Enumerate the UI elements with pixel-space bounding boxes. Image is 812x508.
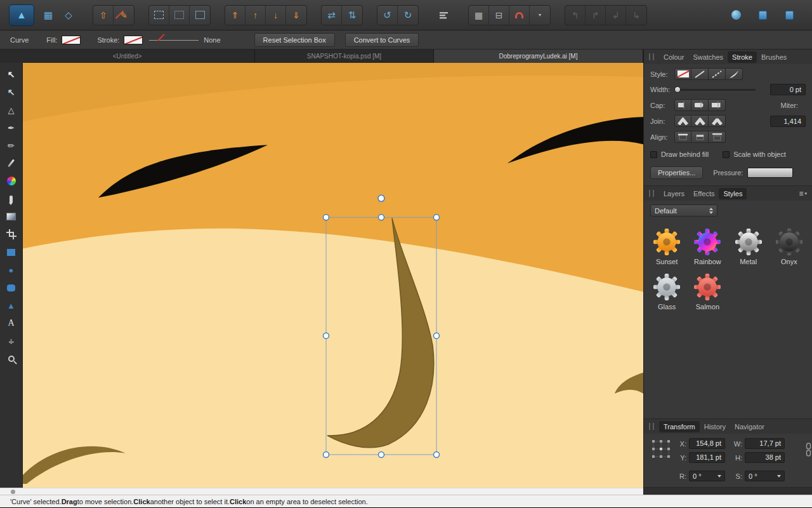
- tab-history[interactable]: History: [700, 421, 730, 432]
- crop-tool[interactable]: [1, 225, 22, 243]
- style-category-select[interactable]: Default: [650, 204, 717, 217]
- text-tool[interactable]: A: [1, 314, 22, 332]
- snapping-dropdown-button[interactable]: ▾: [530, 6, 550, 25]
- corner-tool[interactable]: △: [1, 101, 22, 119]
- move-tool[interactable]: ↖: [1, 65, 22, 83]
- insert-behind-button[interactable]: ↰: [565, 6, 586, 25]
- rounded-rectangle-tool[interactable]: [1, 279, 22, 297]
- show-grid-button[interactable]: ▦: [469, 6, 489, 25]
- pressure-profile-box[interactable]: [747, 168, 793, 178]
- rotate-ccw-button[interactable]: ↺: [377, 6, 398, 25]
- marquee-dotted-button[interactable]: [169, 6, 190, 25]
- style-swatch-metal[interactable]: Metal: [735, 228, 763, 265]
- w-field[interactable]: 17,7 pt: [745, 438, 785, 449]
- stroke-style-solid-button[interactable]: [691, 68, 709, 80]
- insert-after-button[interactable]: ↲: [606, 6, 626, 25]
- fill-tool[interactable]: [1, 190, 22, 208]
- tab-colour[interactable]: Colour: [659, 51, 688, 63]
- cap-butt-button[interactable]: [674, 99, 691, 111]
- alignment-button[interactable]: [434, 6, 454, 25]
- vector-brush-tool[interactable]: [1, 154, 22, 172]
- insert-inside-button[interactable]: ↱: [586, 6, 606, 25]
- flip-vertical-button[interactable]: ⇅: [342, 6, 362, 25]
- stroke-width-field[interactable]: 0 pt: [770, 84, 806, 95]
- stroke-style-dashed-button[interactable]: [709, 68, 726, 80]
- handle-top-mid[interactable]: [379, 215, 384, 220]
- panel-grip[interactable]: [649, 423, 654, 430]
- style-swatch-salmon[interactable]: Salmon: [693, 273, 721, 311]
- style-swatch-sunset[interactable]: Sunset: [653, 228, 681, 265]
- document-tab-snapshot[interactable]: SNAPSHOT-kopia.psd [M]: [255, 50, 434, 63]
- move-backward-button[interactable]: ↓: [266, 6, 286, 25]
- marquee-solid-button[interactable]: [190, 6, 210, 25]
- rectangle-tool[interactable]: [1, 243, 22, 261]
- miter-field[interactable]: 1,414: [770, 116, 806, 127]
- colour-tool[interactable]: [1, 172, 22, 190]
- move-to-front-button[interactable]: ⇑: [225, 6, 246, 25]
- flip-horizontal-button[interactable]: ⇄: [322, 6, 342, 25]
- pen-tool[interactable]: ✒: [1, 119, 22, 137]
- scale-with-object-checkbox[interactable]: [723, 151, 730, 158]
- handle-mid-left[interactable]: [324, 333, 329, 338]
- handle-mid-right[interactable]: [434, 333, 440, 338]
- edit-disabled-button[interactable]: ✎: [114, 6, 134, 25]
- style-swatch-onyx[interactable]: Onyx: [775, 228, 803, 265]
- align-inside-button[interactable]: [691, 131, 709, 143]
- snapping-options-button[interactable]: ⊟: [489, 6, 509, 25]
- handle-bottom-right[interactable]: [434, 451, 440, 457]
- canvas-viewport[interactable]: [23, 63, 643, 488]
- tab-navigator[interactable]: Navigator: [730, 421, 769, 432]
- h-field[interactable]: 38 pt: [745, 452, 785, 463]
- reset-selection-box-button[interactable]: Reset Selection Box: [254, 33, 335, 47]
- aspect-link-icon[interactable]: [806, 443, 811, 458]
- stroke-style-none-button[interactable]: [674, 68, 691, 80]
- rotate-cw-button[interactable]: ↻: [398, 6, 418, 25]
- gradient-tool[interactable]: [1, 208, 22, 225]
- properties-button[interactable]: Properties...: [650, 166, 703, 179]
- duplicate-button[interactable]: [752, 6, 773, 25]
- move-forward-button[interactable]: ↑: [246, 6, 266, 25]
- draw-behind-fill-checkbox[interactable]: [650, 151, 657, 158]
- stroke-width-knob[interactable]: [674, 86, 681, 93]
- designer-persona-button[interactable]: ▲: [9, 4, 34, 26]
- tab-stroke[interactable]: Stroke: [728, 51, 757, 63]
- convert-to-curves-button[interactable]: Convert to Curves: [345, 33, 419, 47]
- align-centre-button[interactable]: [674, 131, 691, 143]
- export-persona-button[interactable]: ◇: [58, 6, 79, 25]
- join-round-button[interactable]: [691, 115, 709, 127]
- handle-top-left[interactable]: [324, 215, 329, 220]
- stroke-width-slider[interactable]: [676, 89, 756, 91]
- join-miter-button[interactable]: [674, 115, 691, 127]
- snapping-toggle-button[interactable]: [509, 6, 530, 25]
- shear-select[interactable]: 0 °: [745, 471, 785, 481]
- handle-top-right[interactable]: [434, 215, 440, 220]
- handle-bottom-mid[interactable]: [379, 451, 384, 457]
- cap-round-button[interactable]: [691, 99, 709, 111]
- horizontal-scrollbar-thumb[interactable]: [11, 490, 15, 494]
- style-swatch-glass[interactable]: Glass: [653, 273, 681, 311]
- tab-layers[interactable]: Layers: [659, 188, 689, 199]
- node-tool[interactable]: ↖: [1, 83, 22, 101]
- horizontal-scrollbar[interactable]: [0, 488, 643, 495]
- stroke-swatch[interactable]: [124, 36, 143, 44]
- ellipse-tool[interactable]: ●: [1, 261, 22, 279]
- marquee-dashed-button[interactable]: [149, 6, 169, 25]
- zoom-tool[interactable]: [1, 350, 22, 368]
- handle-bottom-left[interactable]: [324, 451, 329, 457]
- pan-tool[interactable]: ↔↕: [1, 332, 22, 350]
- tab-brushes[interactable]: Brushes: [757, 51, 791, 63]
- tab-effects[interactable]: Effects: [689, 188, 719, 199]
- y-field[interactable]: 181,1 pt: [689, 452, 725, 463]
- preview-mode-button[interactable]: [726, 6, 746, 25]
- document-tab-untitled[interactable]: <Untitled>: [0, 50, 255, 63]
- panel-menu-button[interactable]: ≡▾: [799, 189, 807, 198]
- move-to-back-button[interactable]: ⇓: [286, 6, 306, 25]
- stroke-style-brush-button[interactable]: [726, 68, 743, 80]
- snapshot-button[interactable]: [779, 6, 799, 25]
- tab-transform[interactable]: Transform: [659, 421, 700, 432]
- style-swatch-rainbow[interactable]: Rainbow: [693, 228, 721, 265]
- tab-styles[interactable]: Styles: [719, 188, 747, 199]
- x-field[interactable]: 154,8 pt: [689, 438, 725, 449]
- panel-grip[interactable]: [649, 53, 654, 60]
- pencil-tool[interactable]: ✏: [1, 137, 22, 154]
